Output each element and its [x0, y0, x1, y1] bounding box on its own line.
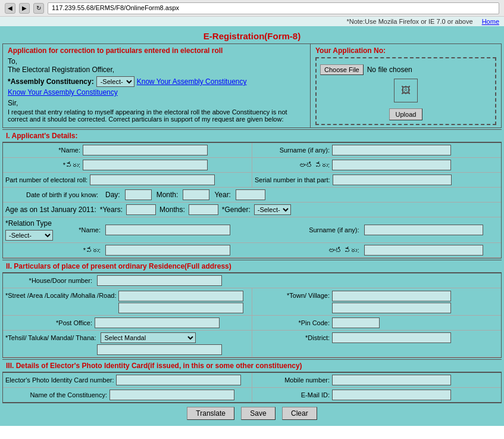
app-description: Application for correction to particular…	[8, 46, 305, 55]
rel-telugu-name-input[interactable]	[105, 245, 230, 256]
refresh-button[interactable]: ↻	[33, 3, 44, 14]
house-input[interactable]	[97, 275, 222, 286]
rel-name-input[interactable]	[105, 225, 230, 235]
month-label: Month:	[156, 191, 179, 199]
no-file-text: No file chosen	[367, 66, 412, 74]
telugu-name-label: *పేరు:	[5, 161, 83, 169]
to-line: To,	[8, 57, 305, 66]
day-input[interactable]	[125, 189, 152, 200]
years-label: *Years:	[100, 206, 123, 214]
part-number-label: Part number of electoral roll:	[5, 176, 90, 183]
choose-file-button[interactable]: Choose File	[320, 64, 364, 75]
rel-telugu-surname-input[interactable]	[364, 245, 483, 256]
serial-number-input[interactable]	[333, 175, 452, 185]
note-bar: *Note:Use Mozila Firefox or IE 7.0 or ab…	[0, 17, 504, 26]
officer-line: The Electoral Registration Officer,	[8, 66, 305, 74]
back-button[interactable]: ◀	[5, 3, 15, 14]
clear-button[interactable]: Clear	[282, 407, 317, 420]
rel-surname-label: Surname (if any):	[284, 226, 362, 233]
email-input[interactable]	[332, 390, 451, 400]
telugu-name-input[interactable]	[83, 160, 208, 170]
body-text: I request that entry relating to myself …	[8, 108, 305, 123]
town-label: *Town/ Village:	[255, 291, 332, 299]
assembly-select[interactable]: -Select-	[96, 76, 134, 87]
mandal-select[interactable]: Select Mandal	[101, 332, 196, 343]
surname-input[interactable]	[332, 145, 451, 155]
rel-telugu-name-label: *పేరు:	[67, 247, 103, 254]
serial-number-label: Serial number in that part:	[255, 176, 333, 183]
surname-label: Surname (if any):	[255, 147, 332, 154]
year-label: Year:	[214, 191, 231, 199]
street-input-2[interactable]	[118, 303, 243, 313]
month-input[interactable]	[183, 189, 209, 200]
district-input[interactable]	[332, 332, 451, 343]
dob-label: Date of birth if you know:	[5, 191, 101, 198]
tehsil-label: *Tehsil/ Taluka/ Mandal/ Thana:	[5, 334, 98, 341]
translate-button[interactable]: Translate	[187, 407, 234, 420]
town-input-1[interactable]	[332, 291, 451, 301]
note-text: *Note:Use Mozila Firefox or IE 7.0 or ab…	[346, 18, 472, 25]
rel-name-label: *Name:	[67, 226, 103, 233]
year-input[interactable]	[236, 189, 265, 200]
mobile-label: Mobile number:	[255, 376, 332, 384]
telugu-surname-input[interactable]	[332, 160, 451, 170]
tehsil-input[interactable]	[97, 344, 222, 355]
home-link[interactable]: Home	[482, 18, 499, 25]
house-label: *House/Door number:	[5, 277, 95, 284]
street-label: *Street /Area /Locality /Mohalla /Road:	[5, 291, 118, 299]
relation-type-label: *Relation Type	[5, 219, 52, 228]
constituency-name-input[interactable]	[109, 390, 234, 400]
save-button[interactable]: Save	[241, 407, 275, 420]
part-number-input[interactable]	[90, 175, 215, 185]
relation-type-select[interactable]: -Select- Father Mother Husband	[5, 230, 53, 241]
know-assembly-link[interactable]: Know Your Assembly Constituency	[137, 77, 247, 86]
forward-button[interactable]: ▶	[19, 3, 30, 14]
rel-telugu-surname-label: అంటి పేరు:	[284, 247, 362, 254]
street-input-1[interactable]	[118, 291, 243, 301]
months-label: Months:	[159, 206, 185, 214]
mobile-input[interactable]	[332, 375, 451, 385]
pin-code-input[interactable]	[332, 317, 380, 328]
url-bar[interactable]: 117.239.55.68/ERMS/F8/OnlineForm8.aspx	[48, 2, 499, 14]
telugu-surname-label: అంటి పేరు:	[255, 161, 332, 169]
name-input[interactable]	[83, 145, 208, 155]
email-label: E-Mail ID:	[255, 391, 332, 398]
image-placeholder: 🖼	[394, 79, 418, 102]
section2-header: II. Particulars of place of present ordi…	[2, 260, 502, 273]
section1-header: I. Applicant's Details:	[2, 129, 502, 142]
page-title: E-Registration(Form-8)	[2, 29, 502, 43]
district-label: *District:	[255, 334, 332, 341]
post-office-input[interactable]	[95, 317, 220, 328]
constituency-name-label: Name of the Constituency:	[5, 391, 109, 398]
upload-button[interactable]: Upload	[389, 108, 423, 120]
epic-label: Elector's Photo Identity Card number:	[5, 376, 116, 384]
town-input-2[interactable]	[332, 303, 451, 313]
assembly-label: *Assembly Constituency:	[8, 77, 94, 86]
gender-select[interactable]: -Select- Male Female Other	[254, 204, 291, 215]
day-label: Day:	[105, 191, 120, 199]
post-office-label: *Post Office:	[5, 319, 95, 326]
bottom-buttons: Translate Save Clear	[2, 403, 502, 424]
years-input[interactable]	[126, 204, 156, 215]
age-label: Age as on 1st January 2011:	[5, 206, 96, 214]
months-input[interactable]	[189, 204, 218, 215]
constituency-link[interactable]: Know Your Assembly Constituency	[8, 88, 118, 96]
epic-input[interactable]	[116, 375, 241, 385]
pin-code-label: *Pin Code:	[255, 319, 332, 326]
rel-surname-input[interactable]	[364, 225, 483, 235]
name-label: *Name:	[5, 147, 83, 154]
section3-header: III. Details of Elector's Photo Identity…	[2, 359, 502, 372]
app-no-label: Your Application No:	[315, 46, 496, 55]
sir-text: Sir,	[8, 99, 305, 107]
gender-label: *Gender:	[222, 206, 251, 214]
